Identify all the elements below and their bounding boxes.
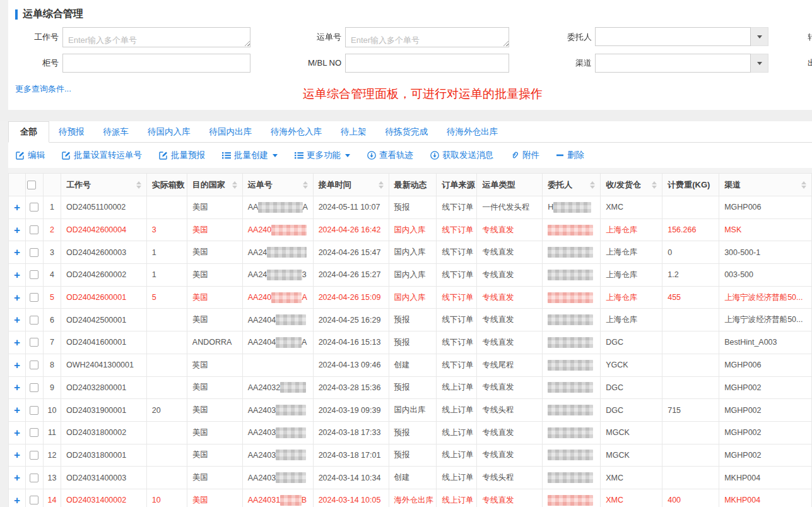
row-checkbox[interactable] [30, 406, 38, 415]
toolbar-button[interactable]: 附件 [510, 150, 539, 161]
sort-icon[interactable] [379, 181, 384, 189]
tab-status-2[interactable]: 待派车 [94, 121, 139, 142]
expand-row-icon[interactable]: + [14, 314, 20, 325]
sort-icon[interactable] [801, 181, 806, 189]
row-checkbox[interactable] [30, 451, 38, 460]
row-checkbox[interactable] [30, 203, 38, 212]
row-checkbox[interactable] [30, 293, 38, 302]
job-no-value: OD24031800001 [66, 451, 126, 460]
cell-boxes: 3 [147, 219, 187, 242]
tab-status-1[interactable]: 待预报 [49, 121, 94, 142]
expand-row-icon[interactable]: + [14, 405, 20, 415]
expand-row-icon[interactable]: + [14, 382, 20, 393]
table-row[interactable]: +3OD240426000031美国AA242024-04-26 15:47国内… [8, 241, 812, 264]
toolbar-button[interactable]: 查看轨迹 [367, 150, 413, 161]
row-checkbox[interactable] [30, 428, 38, 437]
tab-status-8[interactable]: 待海外仓出库 [437, 121, 507, 142]
waybill-no-input[interactable] [345, 27, 509, 47]
table-row[interactable]: +9OD24032800001美国AA240322024-03-28 15:36… [8, 377, 812, 400]
expand-row-icon[interactable]: + [14, 270, 20, 280]
row-checkbox[interactable] [30, 383, 38, 392]
header-cell-time: 接单时间 [314, 173, 389, 196]
toolbar-button[interactable]: 编辑 [16, 150, 45, 161]
container-no-label: 柜号 [8, 54, 59, 73]
status-value: 预报 [394, 337, 410, 348]
mbl-no-input[interactable] [345, 54, 509, 73]
tab-status-5[interactable]: 待海外仓入库 [261, 121, 331, 142]
country-value: 美国 [192, 202, 208, 213]
source-value: 线下订单 [442, 270, 473, 280]
expand-row-icon[interactable]: + [14, 495, 20, 506]
toolbar-button[interactable]: 批量创建 [222, 150, 278, 161]
sort-icon[interactable] [232, 181, 237, 189]
sort-icon[interactable] [652, 181, 657, 189]
sort-icon[interactable] [590, 181, 595, 189]
table-row[interactable]: +10OD2403190000120美国AA24032024-03-19 09:… [8, 399, 812, 422]
cell-client [543, 399, 601, 422]
expand-row-icon[interactable]: + [14, 292, 20, 303]
table-row[interactable]: +11OD24031800002美国AA24032024-03-18 17:33… [8, 422, 812, 444]
client-select-dropdown-button[interactable] [751, 27, 768, 46]
table-row[interactable]: +7OD24041600001ANDORRAAA2404A2024-04-16 … [8, 331, 812, 354]
expand-row-icon[interactable]: + [14, 337, 20, 348]
status-value: 预报 [394, 382, 410, 393]
row-number: 2 [50, 225, 54, 234]
row-checkbox[interactable] [30, 338, 38, 347]
tab-status-6[interactable]: 待上架 [331, 121, 376, 142]
toolbar-button[interactable]: 获取发送消息 [430, 150, 493, 161]
table-row[interactable]: +6OD24042500001美国AA24042024-04-25 16:29预… [8, 309, 812, 331]
toolbar-button[interactable]: 批量设置转运单号 [62, 150, 142, 161]
row-checkbox[interactable] [30, 474, 38, 482]
expand-row-icon[interactable]: + [14, 427, 20, 438]
sort-icon[interactable] [303, 181, 308, 189]
cell-status: 创建 [389, 354, 437, 377]
cell-expand: + [9, 196, 26, 219]
select-all-checkbox[interactable] [27, 181, 36, 189]
sort-icon[interactable] [136, 181, 141, 189]
tab-status-4[interactable]: 待国内出库 [200, 121, 262, 142]
more-filters-link[interactable]: 更多查询条件... [15, 83, 71, 95]
expand-row-icon[interactable]: + [14, 247, 20, 258]
cell-time: 2024-03-18 17:01 [314, 444, 389, 467]
row-checkbox[interactable] [30, 361, 38, 369]
toolbar-button[interactable]: 批量预报 [159, 150, 205, 161]
job-no-input[interactable] [62, 27, 250, 47]
row-checkbox[interactable] [30, 316, 38, 325]
expand-row-icon[interactable]: + [14, 225, 20, 236]
toolbar-button-label: 更多功能 [307, 150, 341, 161]
tab-status-3[interactable]: 待国内入库 [138, 121, 200, 142]
table-row[interactable]: +12OD24031800001美国AA24032024-03-18 17:01… [8, 444, 812, 467]
expand-row-icon[interactable]: + [14, 450, 20, 460]
table-row[interactable]: +5OD240426000015美国AA240A2024-04-26 15:09… [8, 287, 812, 309]
row-checkbox[interactable] [30, 248, 38, 257]
row-checkbox[interactable] [30, 270, 38, 279]
table-row[interactable]: +13OD24031400003美国AA24032024-03-14 10:34… [8, 467, 812, 489]
tab-status-7[interactable]: 待拣货完成 [376, 121, 438, 142]
row-checkbox[interactable] [30, 225, 38, 234]
tab-all[interactable]: 全部 [8, 121, 49, 143]
cell-warehouse: 上海仓库 [601, 264, 662, 287]
table-row[interactable]: +8OWH24041300001英国2024-04-13 09:46创建线下订单… [8, 354, 812, 377]
client-select-input[interactable] [595, 27, 751, 46]
table-row[interactable]: +4OD240426000021美国AA2432024-04-26 15:27国… [8, 264, 812, 287]
warehouse-value: 上海仓库 [606, 247, 637, 258]
channel-select-dropdown-button[interactable] [751, 54, 768, 73]
minus-icon [556, 151, 564, 160]
row-checkbox[interactable] [30, 496, 38, 504]
toolbar-button[interactable]: 删除 [556, 150, 584, 161]
expand-row-icon[interactable]: + [14, 360, 20, 371]
job-no-value: OD24031400002 [66, 496, 126, 504]
cell-source: 线上订单 [437, 422, 477, 444]
expand-row-icon[interactable]: + [14, 202, 20, 213]
cell-channel: BestHint_A003 [719, 331, 812, 354]
table-row[interactable]: +1OD24051100002美国AAA2024-05-11 10:07预报线下… [8, 196, 812, 219]
table-row[interactable]: +2OD240426000043美国AA2402024-04-26 16:42国… [8, 219, 812, 242]
cell-channel: MKHP004 [719, 467, 812, 489]
expand-row-icon[interactable]: + [14, 472, 20, 483]
time-value: 2024-04-26 15:27 [319, 270, 381, 279]
masked-client [548, 405, 593, 415]
channel-select-input[interactable] [595, 54, 751, 73]
table-row[interactable]: +14OD2403140000210美国AA24031B2024-03-14 1… [8, 489, 812, 507]
container-no-input[interactable] [62, 54, 250, 73]
toolbar-button[interactable]: 更多功能 [295, 150, 350, 161]
